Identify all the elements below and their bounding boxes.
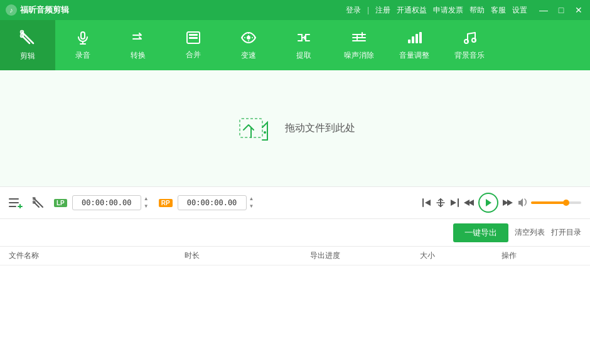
lp-time-input[interactable] [72,195,141,210]
toolbar-item-bgm[interactable]: 背景音乐 [442,20,497,70]
add-list-button[interactable] [9,197,23,208]
lp-stepper[interactable]: ▲ ▼ [144,195,149,210]
rp-tag: RP [159,199,173,207]
merge-icon [186,31,201,47]
col-progress-header: 导出进度 [310,250,420,261]
svg-rect-10 [189,34,198,36]
toolbar-item-merge[interactable]: 合并 [166,20,221,70]
scissors-button[interactable] [33,197,44,208]
bgm-icon [461,30,478,48]
toolbar-label-speed: 变速 [241,50,256,61]
close-button[interactable]: ✕ [572,5,585,15]
volume-adjust-icon [406,30,422,48]
svg-rect-6 [81,32,85,39]
col-size-header: 大小 [420,250,501,261]
premium-link[interactable]: 开通权益 [397,5,427,16]
svg-point-12 [247,36,250,40]
toolbar-item-record[interactable]: 录音 [55,20,110,70]
cut-icon [19,29,36,48]
lp-tag: LP [54,199,67,207]
denoise-icon [351,30,367,48]
rp-time-input[interactable] [178,195,247,210]
svg-rect-28 [419,32,422,43]
drop-icon [235,109,275,149]
svg-rect-25 [408,40,410,43]
titlebar: ♪ 福昕音频剪辑 登录 | 注册 开通权益 申请发票 帮助 客服 设置 — □ … [0,0,590,20]
toolbar-label-volume: 音量调整 [399,50,429,61]
toolbar-label-bgm: 背景音乐 [454,50,485,61]
invoice-link[interactable]: 申请发票 [433,5,463,16]
svg-rect-27 [416,34,418,43]
lp-down-arrow[interactable]: ▼ [144,203,149,210]
svg-rect-26 [412,36,414,43]
toolbar-item-extract[interactable]: 提取 [276,20,331,70]
col-duration-header: 时长 [185,250,310,261]
record-icon [75,30,90,48]
svg-point-29 [464,40,468,43]
login-link[interactable]: 登录 [346,5,361,16]
toolbar-label-extract: 提取 [296,50,311,61]
svg-text:♪: ♪ [9,6,13,14]
col-action-header: 操作 [501,250,581,261]
dropzone[interactable]: 拖动文件到此处 [0,70,590,186]
toolbar-label-denoise: 噪声消除 [344,50,374,61]
center-marker-button[interactable] [436,198,446,208]
file-list: 文件名称 时长 导出进度 大小 操作 [0,247,590,364]
playback-controls [422,193,581,213]
app-logo: ♪ 福昕音频剪辑 [5,4,69,16]
window-controls: — □ ✕ [537,5,585,15]
svg-rect-11 [189,37,198,39]
app-logo-icon: ♪ [5,4,18,16]
extract-icon [296,30,312,48]
clear-list-button[interactable]: 清空列表 [515,227,545,238]
sep1: | [367,6,369,14]
toolbar-item-volume[interactable]: 音量调整 [387,20,442,70]
top-nav: 登录 | 注册 开通权益 申请发票 帮助 客服 设置 [346,5,527,16]
toolbar-label-cut: 剪辑 [20,51,35,62]
minimize-button[interactable]: — [537,5,550,15]
col-name-header: 文件名称 [9,250,185,261]
convert-icon [131,30,146,48]
toolbar-item-cut[interactable]: 剪辑 [0,20,55,70]
play-button[interactable] [478,193,498,213]
toolbar-label-convert: 转换 [131,50,146,61]
main-content: 拖动文件到此处 LP ▲ ▼ [0,70,590,364]
volume-icon[interactable] [517,198,527,208]
toolbar-item-convert[interactable]: 转换 [110,20,166,70]
lp-up-arrow[interactable]: ▲ [144,195,149,203]
open-folder-button[interactable]: 打开目录 [551,227,581,238]
service-link[interactable]: 客服 [491,5,506,16]
rp-up-arrow[interactable]: ▲ [249,195,254,203]
toolbar-label-merge: 合并 [186,50,201,60]
rp-down-arrow[interactable]: ▼ [249,203,254,210]
drop-text: 拖动文件到此处 [285,122,355,135]
svg-point-30 [472,38,476,42]
toolbar-label-record: 录音 [75,50,90,61]
rewind-button[interactable] [463,198,475,207]
toolbar-item-denoise[interactable]: 噪声消除 [331,20,387,70]
svg-point-32 [264,131,266,134]
volume-slider[interactable] [531,201,581,204]
toolbar-item-speed[interactable]: 变速 [221,20,276,70]
controls-bar: LP ▲ ▼ RP ▲ ▼ [0,186,590,219]
register-link[interactable]: 注册 [375,5,390,16]
speed-icon [240,30,257,48]
help-link[interactable]: 帮助 [469,5,485,16]
action-bar: 一键导出 清空列表 打开目录 [0,219,590,247]
fastforward-button[interactable] [502,198,513,207]
skip-start-button[interactable] [422,198,432,208]
export-button[interactable]: 一键导出 [453,223,508,242]
app-title: 福昕音频剪辑 [20,4,69,16]
toolbar: 剪辑 录音 转换 合并 [0,20,590,70]
rp-stepper[interactable]: ▲ ▼ [249,195,254,210]
maximize-button[interactable]: □ [555,5,567,15]
filelist-header: 文件名称 时长 导出进度 大小 操作 [0,247,590,265]
skip-end-button[interactable] [449,198,459,208]
settings-link[interactable]: 设置 [512,5,527,16]
